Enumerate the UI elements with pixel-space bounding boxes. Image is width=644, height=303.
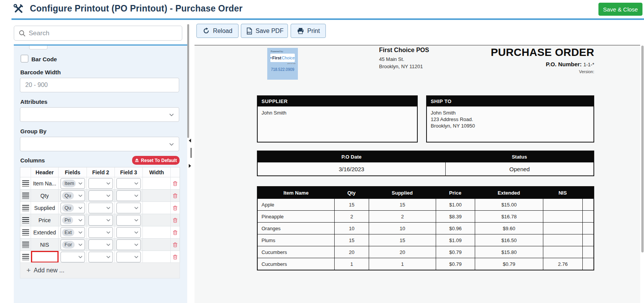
add-new-button[interactable]: + Add new ... xyxy=(20,262,180,278)
columns-table: Header Fields Field 2 Field 3 Width Item… xyxy=(20,167,180,263)
row-header-cell[interactable]: Price xyxy=(31,214,59,226)
field3-select[interactable] xyxy=(116,239,141,250)
drag-handle-icon[interactable] xyxy=(22,180,29,187)
group-by-select[interactable] xyxy=(20,137,179,151)
fields-select[interactable]: Item xyxy=(60,178,85,189)
width-cell[interactable] xyxy=(143,177,171,189)
selected-field-tag: Ext xyxy=(62,229,75,236)
printer-icon xyxy=(297,27,304,34)
save-pdf-button[interactable]: PDF Save PDF xyxy=(241,24,288,38)
field3-select[interactable] xyxy=(116,178,141,189)
delete-row-icon[interactable] xyxy=(172,254,178,260)
fields-select[interactable]: Ext xyxy=(60,227,85,238)
save-close-button[interactable]: Save & Close xyxy=(598,3,642,16)
print-label: Print xyxy=(307,28,320,34)
width-cell[interactable] xyxy=(143,251,171,263)
splitter-collapse-left-icon[interactable] xyxy=(189,139,191,142)
drag-handle-icon[interactable] xyxy=(22,217,29,223)
drag-handle-icon[interactable] xyxy=(22,229,29,236)
fields-select[interactable]: For xyxy=(60,239,85,250)
row-header-cell[interactable]: Qty xyxy=(31,190,59,201)
drag-handle-icon[interactable] xyxy=(22,193,29,199)
company-info: First Choice POS 45 Main St. Brooklyn, N… xyxy=(379,47,429,70)
width-cell[interactable] xyxy=(143,190,171,201)
chevron-down-icon xyxy=(105,229,111,236)
chevron-down-icon xyxy=(133,229,139,236)
splitter-handle[interactable] xyxy=(191,148,191,158)
width-cell[interactable] xyxy=(143,239,171,251)
width-cell[interactable] xyxy=(143,202,171,214)
field3-select[interactable] xyxy=(116,215,141,226)
drag-handle-icon[interactable] xyxy=(22,254,29,260)
logo-wordmark: FirstChoice xyxy=(270,54,295,62)
field2-select[interactable] xyxy=(88,227,113,238)
row-header-cell[interactable]: NIS xyxy=(31,239,59,251)
add-new-label: Add new ... xyxy=(34,267,64,274)
chevron-down-icon xyxy=(105,180,111,187)
header-divider xyxy=(11,18,644,20)
barcode-width-input[interactable] xyxy=(20,78,179,92)
item-row: Apple1515$1.00$15.00 xyxy=(258,198,593,210)
row-header-cell[interactable]: Supplied xyxy=(31,202,59,214)
field2-select[interactable] xyxy=(88,252,113,262)
items-table: Item Name Qty Supplied Price Extended NI… xyxy=(257,186,594,270)
bar-code-checkbox[interactable] xyxy=(21,55,28,62)
reset-to-default-button[interactable]: Reset To Default xyxy=(132,156,180,165)
chevron-down-icon xyxy=(77,254,83,260)
field2-select[interactable] xyxy=(88,215,113,226)
splitter-collapse-right-icon[interactable] xyxy=(189,164,191,168)
sidebar-scrollbar[interactable] xyxy=(187,24,189,138)
fields-select[interactable]: Qu xyxy=(60,203,85,213)
field2-select[interactable] xyxy=(88,203,113,213)
ship-to-header: SHIP TO xyxy=(427,96,593,106)
printout-preview: Powered by: FirstChoice point of sale 71… xyxy=(195,45,640,303)
drag-handle-icon[interactable] xyxy=(22,242,29,248)
field3-select[interactable] xyxy=(116,190,141,201)
item-row: Oranges1010$0.96$9.60 xyxy=(258,222,593,234)
status-header: Status xyxy=(445,151,593,162)
chevron-down-icon xyxy=(77,193,83,199)
row-header-cell[interactable]: Extended xyxy=(31,226,59,238)
delete-row-icon[interactable] xyxy=(172,217,178,224)
column-row-qty: Qty Qu xyxy=(20,189,180,201)
field2-select[interactable] xyxy=(88,239,113,250)
delete-row-icon[interactable] xyxy=(172,180,178,187)
configure-printout-window: Configure Printout (PO Printout) - Purch… xyxy=(0,0,644,303)
print-button[interactable]: Print xyxy=(291,24,326,38)
delete-row-icon[interactable] xyxy=(172,241,178,248)
preview-scrollbar[interactable] xyxy=(641,46,644,252)
item-row: Cucumbers11$0.79$0.792.76 xyxy=(258,258,593,270)
field2-select[interactable] xyxy=(88,178,113,189)
delete-row-icon[interactable] xyxy=(172,229,178,236)
fields-select[interactable]: Qu xyxy=(60,190,85,201)
logo-first-text: First xyxy=(272,56,281,60)
po-number-value: 1-1-* xyxy=(584,62,594,67)
ship-to-address: John Smith 123 Address Road. Brooklyn, N… xyxy=(427,106,593,132)
chevron-down-icon xyxy=(133,180,139,187)
row-header-cell-highlighted[interactable] xyxy=(31,251,59,263)
width-cell[interactable] xyxy=(143,214,171,226)
document-title: PURCHASE ORDER xyxy=(491,46,594,59)
chevron-down-icon xyxy=(105,254,111,260)
delete-row-icon[interactable] xyxy=(172,205,178,211)
fields-select[interactable]: Pri xyxy=(60,215,85,226)
items-table-header: Item Name Qty Supplied Price Extended NI… xyxy=(258,187,593,198)
attributes-select[interactable] xyxy=(20,107,179,122)
column-row-nis: NIS For xyxy=(20,238,180,251)
status-value: Opened xyxy=(445,162,593,175)
search-input[interactable] xyxy=(29,26,180,40)
reload-icon xyxy=(203,27,210,34)
reload-button[interactable]: Reload xyxy=(196,24,239,38)
fields-select[interactable] xyxy=(60,252,85,262)
field3-select[interactable] xyxy=(116,227,141,238)
row-header-cell[interactable]: Item Na... xyxy=(31,177,59,189)
col-field2: Field 2 xyxy=(87,167,115,177)
field3-select[interactable] xyxy=(116,252,141,262)
field3-select[interactable] xyxy=(116,203,141,213)
item-row: Cucumbers2020$0.79$15.80 xyxy=(258,246,593,258)
width-cell[interactable] xyxy=(143,226,171,238)
delete-row-icon[interactable] xyxy=(172,192,178,199)
field2-select[interactable] xyxy=(88,190,113,201)
chevron-down-icon xyxy=(77,229,83,236)
drag-handle-icon[interactable] xyxy=(22,205,29,211)
